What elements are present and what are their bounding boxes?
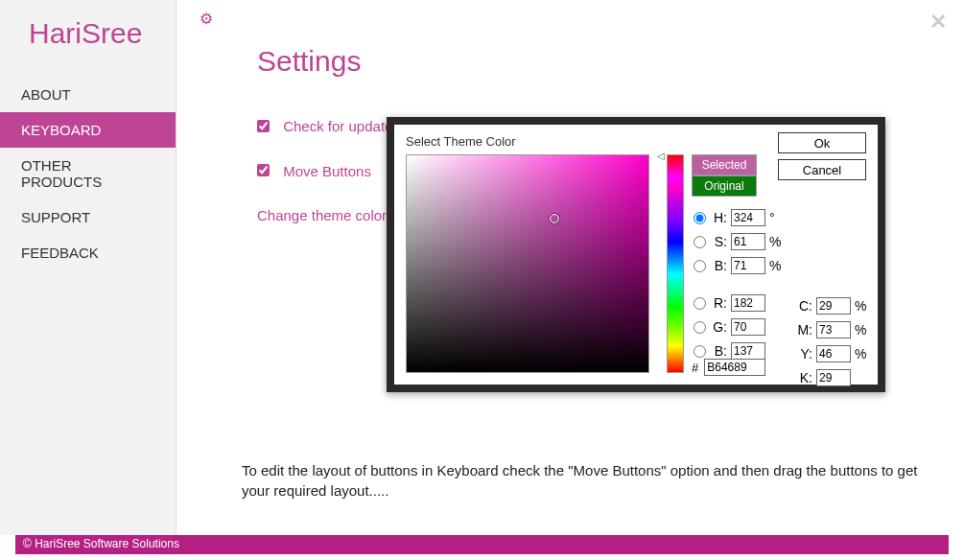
nav-feedback[interactable]: FEEDBACK [0,235,176,270]
input-hex[interactable] [704,359,765,376]
change-theme-link[interactable]: Change theme color [257,207,387,223]
suffix-y: % [855,346,868,362]
label-bv: B: [712,258,727,273]
close-icon[interactable]: ✕ [929,10,947,35]
hue-slider[interactable] [667,154,684,373]
input-k[interactable] [816,369,851,386]
input-b2[interactable] [731,342,765,360]
suffix-c: % [855,298,868,314]
label-k: K: [797,370,812,385]
check-updates-checkbox[interactable] [257,120,270,132]
label-c: C: [797,298,812,314]
radio-r[interactable] [694,297,706,310]
nav-support[interactable]: SUPPORT [0,199,176,235]
radio-g[interactable] [694,321,706,334]
input-g[interactable] [731,318,765,336]
swatch-selected: Selected [692,154,757,175]
nav-about[interactable]: ABOUT [0,77,176,112]
move-buttons-label: Move Buttons [283,162,371,178]
sv-cursor[interactable] [550,214,559,223]
sidebar: HariSree ABOUT KEYBOARD OTHER PRODUCTS S… [0,0,176,535]
brand-title: HariSree [0,0,176,77]
input-c[interactable] [816,297,851,315]
help-text: To edit the layout of buttons in Keyboar… [242,460,926,501]
suffix-m: % [855,322,868,338]
ok-button[interactable]: Ok [778,132,866,153]
label-r: R: [712,295,727,311]
nav-keyboard[interactable]: KEYBOARD [0,112,176,148]
input-h[interactable] [731,209,765,226]
page-title: Settings [257,45,906,78]
radio-bv[interactable] [694,260,706,272]
nav-other-products[interactable]: OTHER PRODUCTS [0,148,176,199]
input-bv[interactable] [731,257,765,274]
label-h: H: [712,210,727,225]
check-updates-label: Check for updates [283,118,400,134]
suffix-s: % [769,234,783,249]
saturation-value-box[interactable] [406,154,649,373]
label-y: Y: [797,346,812,362]
input-s[interactable] [731,233,765,250]
label-b2: B: [712,343,727,359]
gear-icon[interactable]: ⚙ [200,11,213,27]
suffix-deg: ° [769,210,783,225]
swatch-original: Original [692,175,757,197]
input-y[interactable] [816,345,851,362]
color-picker-dialog: Select Theme Color Ok Cancel ◁ Selected … [387,117,885,392]
label-g: G: [712,319,727,335]
footer: © HariSree Software Solutions [15,535,949,554]
suffix-bv: % [769,258,783,273]
label-hash: # [692,361,698,375]
radio-h[interactable] [694,212,706,224]
input-r[interactable] [731,294,765,312]
cancel-button[interactable]: Cancel [778,159,866,180]
input-m[interactable] [816,321,851,338]
move-buttons-checkbox[interactable] [257,164,270,176]
radio-s[interactable] [694,236,706,248]
label-m: M: [797,322,812,338]
hue-arrow-icon: ◁ [657,151,665,161]
radio-b2[interactable] [694,345,706,358]
label-s: S: [712,234,727,249]
